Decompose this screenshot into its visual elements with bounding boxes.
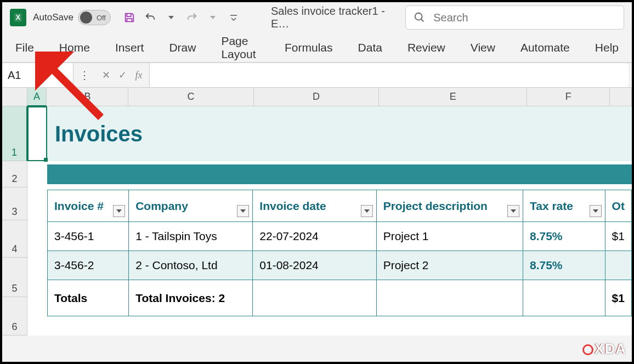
name-box-options[interactable]: ⋮	[73, 69, 95, 82]
redo-dropdown[interactable]	[204, 9, 222, 26]
column-header-d[interactable]: D	[254, 88, 379, 106]
undo-button[interactable]	[141, 9, 159, 26]
filter-button-company[interactable]	[237, 205, 249, 217]
chevron-down-icon: ⌄	[58, 69, 67, 82]
fx-icon[interactable]: fx	[132, 70, 146, 81]
formula-input[interactable]	[149, 63, 629, 87]
undo-dropdown[interactable]	[162, 9, 180, 26]
cell-company[interactable]: 1 - Tailspin Toys	[129, 222, 253, 251]
redo-button[interactable]	[183, 9, 201, 26]
watermark: XDA	[582, 340, 626, 357]
cell-other[interactable]: $1	[605, 222, 631, 251]
tab-automate[interactable]: Automate	[517, 38, 573, 58]
row-header-1[interactable]: 1	[2, 106, 27, 161]
header-date[interactable]: Invoice date	[253, 190, 376, 222]
totals-count[interactable]: Total Invoices: 2	[129, 280, 253, 316]
divider-bar	[47, 164, 632, 184]
autosave-toggle[interactable]: Off	[78, 10, 111, 25]
column-header-e[interactable]: E	[379, 88, 527, 106]
sheet-title: Invoices	[55, 122, 143, 146]
save-button[interactable]	[121, 9, 138, 26]
tab-draw[interactable]: Draw	[166, 38, 199, 58]
ribbon-tabs: File Home Insert Draw Page Layout Formul…	[2, 33, 632, 62]
active-cell-a1[interactable]	[27, 106, 47, 161]
cell-tax[interactable]: 8.75%	[523, 251, 605, 280]
header-project[interactable]: Project description	[376, 190, 523, 222]
row-header-3[interactable]: 3	[2, 187, 27, 220]
autosave-group: AutoSave Off	[33, 10, 111, 25]
row-headers: 1 2 3 4 5 6	[2, 106, 27, 335]
filter-button-date[interactable]	[361, 205, 373, 217]
cell-project[interactable]: Project 1	[376, 222, 523, 251]
header-invoice[interactable]: Invoice #	[48, 190, 129, 222]
header-other[interactable]: Ot	[605, 190, 631, 222]
table-row[interactable]: 3-456-1 1 - Tailspin Toys 22-07-2024 Pro…	[48, 222, 632, 251]
search-input[interactable]	[433, 12, 616, 24]
cell-date[interactable]: 22-07-2024	[253, 222, 376, 251]
table-row[interactable]: 3-456-2 2 - Contoso, Ltd 01-08-2024 Proj…	[48, 251, 632, 280]
filter-button-invoice[interactable]	[113, 205, 125, 217]
column-header-f[interactable]: F	[527, 88, 610, 106]
filter-button-tax[interactable]	[590, 205, 602, 217]
column-header-c[interactable]: C	[128, 88, 253, 106]
column-header-b[interactable]: B	[47, 88, 128, 106]
excel-logo-icon: X	[10, 9, 26, 26]
totals-label[interactable]: Totals	[48, 280, 129, 316]
row-header-5[interactable]: 5	[2, 258, 27, 297]
name-box-value: A1	[8, 69, 21, 82]
watermark-icon	[582, 344, 593, 355]
row-header-2[interactable]: 2	[2, 161, 27, 187]
tab-help[interactable]: Help	[592, 38, 622, 58]
column-header-a[interactable]: A	[27, 88, 47, 106]
qat-customize-button[interactable]	[225, 9, 242, 26]
tab-view[interactable]: View	[467, 38, 499, 58]
tab-file[interactable]: File	[12, 38, 37, 58]
grid-body: 1 2 3 4 5 6 Invoices Invoice # Compa	[2, 106, 632, 335]
autosave-state: Off	[97, 14, 106, 22]
row-header-4[interactable]: 4	[2, 220, 27, 258]
search-box[interactable]	[405, 5, 624, 30]
svg-text:X: X	[16, 14, 21, 21]
title-row: Invoices	[27, 106, 632, 161]
enter-formula-button[interactable]: ✓	[115, 69, 129, 81]
title-bar: X AutoSave Off Sales invoice	[2, 2, 632, 33]
search-icon	[414, 12, 426, 24]
totals-row[interactable]: Totals Total Invoices: 2 $1	[48, 280, 632, 316]
header-company[interactable]: Company	[129, 190, 253, 222]
column-header-g[interactable]	[610, 88, 632, 106]
cell-invoice[interactable]: 3-456-2	[48, 251, 129, 280]
document-title: Sales invoice tracker1 - E…	[271, 5, 399, 30]
name-box[interactable]: A1 ⌄	[2, 63, 73, 87]
cell-company[interactable]: 2 - Contoso, Ltd	[129, 251, 253, 280]
tab-data[interactable]: Data	[355, 38, 386, 58]
formula-bar: A1 ⌄ ⋮ ✕ ✓ fx	[2, 62, 632, 88]
row-header-6[interactable]: 6	[2, 297, 27, 335]
worksheet[interactable]: Invoices Invoice # Company Invoice date …	[27, 106, 632, 335]
column-headers: A B C D E F	[2, 88, 632, 106]
filter-button-project[interactable]	[507, 205, 519, 217]
svg-point-1	[415, 13, 422, 20]
toggle-knob-icon	[80, 12, 92, 24]
totals-other[interactable]: $1	[605, 280, 631, 316]
select-all-cell[interactable]	[2, 88, 27, 106]
cell-project[interactable]: Project 2	[376, 251, 523, 280]
quick-access-toolbar	[121, 9, 242, 26]
cell-invoice[interactable]: 3-456-1	[48, 222, 129, 251]
cell-tax[interactable]: 8.75%	[523, 222, 605, 251]
tab-page-layout[interactable]: Page Layout	[218, 31, 263, 64]
invoice-table: Invoice # Company Invoice date Project d…	[47, 190, 632, 316]
autosave-label: AutoSave	[33, 12, 73, 23]
header-tax[interactable]: Tax rate	[523, 190, 605, 222]
cell-date[interactable]: 01-08-2024	[253, 251, 376, 280]
app-window: X AutoSave Off Sales invoice	[2, 2, 632, 362]
tab-insert[interactable]: Insert	[112, 38, 148, 58]
cancel-formula-button[interactable]: ✕	[99, 69, 113, 81]
tab-formulas[interactable]: Formulas	[281, 38, 336, 58]
tab-review[interactable]: Review	[404, 38, 449, 58]
tab-home[interactable]: Home	[56, 38, 93, 58]
cell-other[interactable]	[605, 251, 631, 280]
formula-buttons: ✕ ✓ fx	[95, 69, 149, 81]
